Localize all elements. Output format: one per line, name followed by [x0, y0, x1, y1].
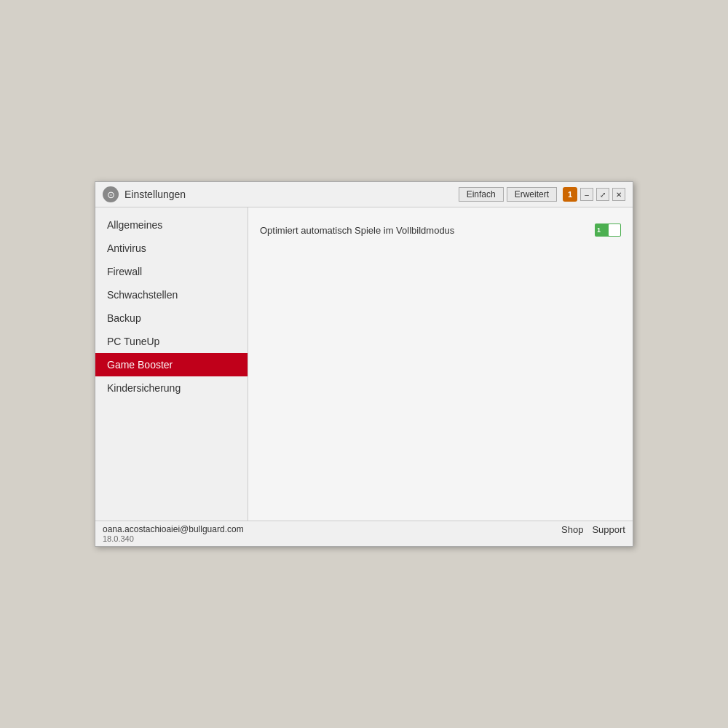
statusbar-right: Shop Support — [561, 524, 625, 535]
einfach-button[interactable]: Einfach — [459, 187, 504, 202]
sidebar-item-pc-tuneup[interactable]: PC TuneUp — [95, 330, 248, 353]
game-booster-setting-row: Optimiert automatisch Spiele im Vollbild… — [260, 219, 621, 241]
erweitert-button[interactable]: Erweitert — [507, 187, 557, 202]
main-panel: Optimiert automatisch Spiele im Vollbild… — [248, 207, 633, 521]
setting-label: Optimiert automatisch Spiele im Vollbild… — [260, 225, 454, 236]
sidebar-item-allgemeines[interactable]: Allgemeines — [95, 213, 248, 237]
toggle-switch[interactable]: 1 — [595, 223, 621, 237]
toggle-knob — [609, 224, 620, 236]
app-window: ⊙ Einstellungen Einfach Erweitert 1 – ⤢ … — [95, 181, 633, 547]
notification-badge: 1 — [563, 187, 577, 202]
sidebar-item-game-booster[interactable]: Game Booster — [95, 353, 248, 376]
user-email: oana.acostachioaiei@bullguard.com — [103, 524, 244, 534]
titlebar-controls: Einfach Erweitert 1 – ⤢ ✕ — [459, 187, 625, 202]
app-icon-symbol: ⊙ — [107, 189, 115, 200]
titlebar: ⊙ Einstellungen Einfach Erweitert 1 – ⤢ … — [95, 182, 633, 207]
close-button[interactable]: ✕ — [612, 188, 625, 201]
toggle-on-label: 1 — [597, 226, 601, 234]
minimize-button[interactable]: – — [580, 188, 593, 201]
window-title: Einstellungen — [124, 189, 453, 200]
statusbar: oana.acostachioaiei@bullguard.com 18.0.3… — [95, 521, 633, 546]
version-label: 18.0.340 — [103, 534, 244, 543]
support-link[interactable]: Support — [592, 524, 625, 535]
shop-link[interactable]: Shop — [561, 524, 583, 535]
content-area: Allgemeines Antivirus Firewall Schwachst… — [95, 207, 633, 521]
statusbar-left: oana.acostachioaiei@bullguard.com 18.0.3… — [103, 524, 244, 543]
sidebar-item-schwachstellen[interactable]: Schwachstellen — [95, 283, 248, 306]
sidebar-item-firewall[interactable]: Firewall — [95, 260, 248, 283]
sidebar-item-backup[interactable]: Backup — [95, 306, 248, 330]
sidebar-item-antivirus[interactable]: Antivirus — [95, 237, 248, 260]
maximize-button[interactable]: ⤢ — [596, 188, 609, 201]
sidebar: Allgemeines Antivirus Firewall Schwachst… — [95, 207, 248, 521]
app-icon: ⊙ — [103, 186, 119, 202]
sidebar-item-kindersicherung[interactable]: Kindersicherung — [95, 376, 248, 400]
